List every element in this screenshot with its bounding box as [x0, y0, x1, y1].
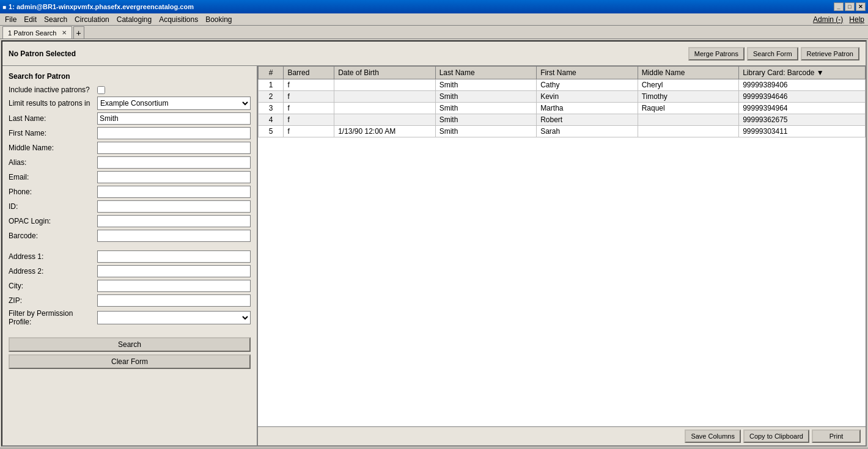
cell-lastname: Smith — [435, 114, 537, 126]
col-header-lastname[interactable]: Last Name — [435, 67, 537, 79]
no-patron-label: No Patron Selected — [9, 49, 76, 58]
table-row[interactable]: 1 f Smith Cathy Cheryl 99999389406 — [259, 79, 866, 91]
id-label: ID: — [9, 202, 97, 211]
zip-label: ZIP: — [9, 296, 97, 305]
menu-acquisitions[interactable]: Acquisitions — [155, 14, 202, 25]
table-header: # Barred Date of Birth Last Name First N… — [259, 67, 866, 79]
cell-num: 5 — [259, 126, 284, 137]
tab-add-button[interactable]: + — [73, 26, 84, 38]
middle-name-label: Middle Name: — [9, 144, 97, 152]
limit-select[interactable]: Example Consortium — [97, 97, 251, 110]
phone-row: Phone: — [9, 186, 251, 198]
merge-patrons-button[interactable]: Merge Patrons — [688, 47, 745, 60]
menu-booking[interactable]: Booking — [202, 14, 235, 25]
id-input[interactable] — [97, 200, 251, 213]
first-name-input[interactable] — [97, 127, 251, 139]
address2-label: Address 2: — [9, 267, 97, 276]
title-bar-controls: _ □ ✕ — [834, 2, 866, 11]
search-panel: Search for Patron Include inactive patro… — [2, 66, 258, 445]
menu-edit[interactable]: Edit — [20, 14, 40, 25]
limit-label: Limit results to patrons in — [9, 99, 97, 108]
admin-link[interactable]: Admin (-) — [813, 15, 843, 24]
cell-lastname: Smith — [435, 79, 537, 91]
tab-patron-search[interactable]: 1 Patron Search ✕ — [2, 26, 72, 38]
print-button[interactable]: Print — [812, 429, 861, 443]
cell-barred: f — [284, 103, 334, 114]
cell-barred: f — [284, 91, 334, 103]
address2-input[interactable] — [97, 265, 251, 277]
close-window-button[interactable]: ✕ — [856, 2, 866, 11]
clear-form-button[interactable]: Clear Form — [9, 354, 251, 369]
filter-select[interactable] — [97, 311, 251, 324]
menu-search[interactable]: Search — [40, 14, 71, 25]
last-name-input[interactable] — [97, 112, 251, 125]
cell-lastname: Smith — [435, 126, 537, 137]
inactive-checkbox[interactable] — [97, 86, 105, 94]
cell-middlename: Raquel — [638, 103, 739, 114]
menu-file[interactable]: File — [1, 14, 20, 25]
alias-label: Alias: — [9, 158, 97, 167]
col-header-firstname[interactable]: First Name — [537, 67, 638, 79]
menu-cataloging[interactable]: Cataloging — [113, 14, 155, 25]
opac-input[interactable] — [97, 215, 251, 227]
search-button[interactable]: Search — [9, 337, 251, 352]
middle-name-input[interactable] — [97, 142, 251, 154]
city-label: City: — [9, 282, 97, 290]
col-header-num[interactable]: # — [259, 67, 284, 79]
table-row[interactable]: 2 f Smith Kevin Timothy 99999394646 — [259, 91, 866, 103]
search-form-button[interactable]: Search Form — [747, 47, 798, 60]
main-window: No Patron Selected Merge Patrons Search … — [1, 40, 867, 447]
cell-middlename — [638, 126, 739, 137]
cell-dob: 1/13/90 12:00 AM — [334, 126, 436, 137]
tab-bar: 1 Patron Search ✕ + — [0, 26, 868, 39]
cell-dob — [334, 91, 436, 103]
minimize-button[interactable]: _ — [834, 2, 844, 11]
cell-firstname: Robert — [537, 114, 638, 126]
cell-barred: f — [284, 79, 334, 91]
opac-label: OPAC Login: — [9, 217, 97, 225]
id-row: ID: — [9, 200, 251, 213]
email-input[interactable] — [97, 171, 251, 183]
city-input[interactable] — [97, 280, 251, 292]
menu-circulation[interactable]: Circulation — [71, 14, 113, 25]
col-header-barcode[interactable]: Library Card: Barcode ▼ — [739, 67, 866, 79]
table-row[interactable]: 4 f Smith Robert 99999362675 — [259, 114, 866, 126]
barcode-label: Barcode: — [9, 232, 97, 240]
table-row[interactable]: 3 f Smith Martha Raquel 99999394964 — [259, 103, 866, 114]
cell-num: 1 — [259, 79, 284, 91]
address1-label: Address 1: — [9, 252, 97, 261]
alias-input[interactable] — [97, 156, 251, 169]
zip-row: ZIP: — [9, 294, 251, 307]
copy-clipboard-button[interactable]: Copy to Clipboard — [743, 429, 809, 443]
col-header-barred[interactable]: Barred — [284, 67, 334, 79]
help-link[interactable]: Help — [849, 15, 864, 24]
top-action-bar: No Patron Selected Merge Patrons Search … — [2, 42, 866, 66]
phone-label: Phone: — [9, 188, 97, 196]
col-header-middlename[interactable]: Middle Name — [638, 67, 739, 79]
inactive-label: Include inactive patrons? — [9, 86, 97, 94]
maximize-button[interactable]: □ — [845, 2, 855, 11]
cell-barred: f — [284, 114, 334, 126]
inactive-row: Include inactive patrons? — [9, 86, 251, 94]
retrieve-patron-button[interactable]: Retrieve Patron — [801, 47, 859, 60]
email-row: Email: — [9, 171, 251, 183]
cell-dob — [334, 103, 436, 114]
cell-num: 4 — [259, 114, 284, 126]
cell-barred: f — [284, 126, 334, 137]
menu-bar: File Edit Search Circulation Cataloging … — [0, 13, 868, 26]
filter-row: Filter by Permission Profile: — [9, 309, 251, 326]
city-row: City: — [9, 280, 251, 292]
cell-barcode: 99999389406 — [739, 79, 866, 91]
cell-num: 2 — [259, 91, 284, 103]
barcode-input[interactable] — [97, 230, 251, 242]
tab-close-icon[interactable]: ✕ — [62, 29, 67, 36]
admin-area: Admin (-) Help — [813, 15, 867, 24]
top-buttons: Merge Patrons Search Form Retrieve Patro… — [688, 47, 859, 60]
col-header-dob[interactable]: Date of Birth — [334, 67, 436, 79]
address1-input[interactable] — [97, 250, 251, 263]
zip-input[interactable] — [97, 294, 251, 307]
cell-middlename — [638, 114, 739, 126]
phone-input[interactable] — [97, 186, 251, 198]
save-columns-button[interactable]: Save Columns — [685, 429, 741, 443]
table-row[interactable]: 5 f 1/13/90 12:00 AM Smith Sarah 9999930… — [259, 126, 866, 137]
